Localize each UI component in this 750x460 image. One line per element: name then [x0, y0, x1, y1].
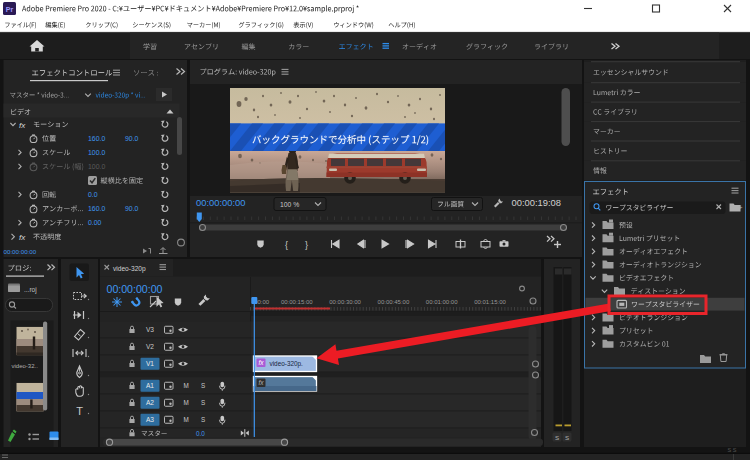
svg-text:A3: A3: [146, 416, 154, 423]
svg-text:Pr: Pr: [6, 6, 14, 13]
svg-text:00:00:30:00: 00:00:30:00: [329, 299, 361, 305]
svg-text:00:00:00:00: 00:00:00:00: [4, 248, 37, 255]
svg-text:100.0: 100.0: [88, 163, 105, 170]
svg-text:V2: V2: [146, 343, 154, 350]
svg-text:0.00: 0.00: [88, 219, 102, 226]
svg-text:M: M: [183, 399, 188, 406]
svg-text:V1: V1: [146, 360, 154, 367]
svg-text:S: S: [201, 399, 205, 406]
svg-text:100 %: 100 %: [280, 201, 299, 208]
svg-text:0.0: 0.0: [88, 191, 98, 198]
svg-text:}: }: [305, 240, 308, 250]
svg-text:0.0: 0.0: [196, 430, 205, 437]
svg-text:S: S: [565, 434, 569, 441]
svg-text:A1: A1: [146, 382, 154, 389]
svg-text:A2: A2: [146, 399, 154, 406]
svg-text:160.0: 160.0: [88, 205, 105, 212]
svg-text:T: T: [76, 405, 83, 417]
svg-text:S: S: [201, 416, 205, 423]
svg-text:...roj: ...roj: [24, 286, 37, 294]
svg-text:video-320p: video-320p: [113, 265, 146, 273]
svg-text:fx: fx: [258, 379, 264, 386]
svg-text:00:00:15:00: 00:00:15:00: [281, 299, 313, 305]
svg-text:90.0: 90.0: [125, 135, 139, 142]
svg-text:160.0: 160.0: [88, 135, 105, 142]
svg-text:00:01:15:00: 00:01:15:00: [474, 299, 506, 305]
svg-text:S S: S S: [728, 447, 737, 453]
svg-text:S: S: [555, 434, 559, 441]
svg-text:00:00:45:00: 00:00:45:00: [378, 299, 410, 305]
svg-text:video-320p.: video-320p.: [270, 360, 304, 368]
svg-text:video-32..: video-32..: [12, 363, 39, 369]
svg-text:fx: fx: [19, 121, 26, 130]
svg-text:{: {: [285, 240, 288, 250]
svg-text:V3: V3: [146, 326, 154, 333]
svg-text:M: M: [183, 416, 188, 423]
svg-text:100.0: 100.0: [88, 149, 105, 156]
svg-text:00:00:00:00: 00:00:00:00: [107, 283, 163, 295]
svg-text:00:00:19:08: 00:00:19:08: [512, 197, 562, 208]
svg-text:M: M: [183, 382, 188, 389]
svg-text:S: S: [201, 382, 205, 389]
svg-text:fx: fx: [258, 359, 264, 366]
svg-text:00:01:00:00: 00:01:00:00: [426, 299, 458, 305]
svg-text:90.0: 90.0: [125, 205, 139, 212]
svg-text:+: +: [738, 204, 742, 211]
svg-text:fx: fx: [19, 233, 26, 242]
svg-text:00:00:00:00: 00:00:00:00: [196, 197, 246, 208]
